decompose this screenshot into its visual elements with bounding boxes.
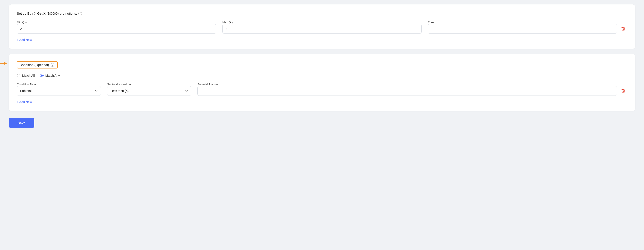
subtotal-should-select-wrapper: Less then (<) Greater then (>) Equal to … (107, 86, 191, 96)
min-qty-label: Min Qty: (17, 21, 216, 24)
condition-type-group: Condition Type: Subtotal Total Quantity (17, 83, 101, 96)
max-qty-group: Max Qty: (222, 21, 422, 34)
subtotal-amount-input[interactable] (198, 86, 617, 96)
subtotal-should-label: Subtotal should be: (107, 83, 191, 86)
match-any-radio[interactable] (40, 74, 44, 77)
bogo-info-icon: ? (78, 12, 82, 15)
condition-trash-icon (621, 89, 626, 93)
match-radio-group: Match All Match Any (17, 74, 627, 77)
condition-type-select-wrapper: Subtotal Total Quantity (17, 86, 101, 96)
condition-type-label: Condition Type: (17, 83, 101, 86)
subtotal-should-select[interactable]: Less then (<) Greater then (>) Equal to … (107, 86, 191, 96)
condition-title-box: Condition (Optional) ? (17, 61, 58, 69)
bogo-add-new-button[interactable]: + Add New (17, 38, 32, 42)
free-qty-input[interactable] (428, 24, 617, 34)
bogo-fields-row: Min Qty: Max Qty: Free: (17, 21, 627, 34)
condition-type-select[interactable]: Subtotal Total Quantity (17, 86, 101, 96)
match-all-label[interactable]: Match All (17, 74, 35, 77)
bogo-card: Set up Buy X Get X (BOGO) promotions: ? … (9, 5, 635, 49)
condition-fields-row: Condition Type: Subtotal Total Quantity … (17, 83, 627, 96)
condition-title-text: Condition (Optional) (20, 63, 49, 67)
max-qty-input[interactable] (222, 24, 422, 34)
condition-card: Condition (Optional) ? Match All Match A… (9, 54, 635, 111)
condition-add-new-button[interactable]: + Add New (17, 100, 32, 104)
arrow-icon (0, 61, 8, 66)
condition-info-icon: ? (51, 63, 54, 67)
trash-icon (621, 27, 626, 31)
condition-delete-button[interactable] (619, 86, 627, 96)
subtotal-amount-group: Subtotal Amount: (198, 83, 627, 96)
save-label: Save (18, 121, 26, 125)
bogo-section-title: Set up Buy X Get X (BOGO) promotions: ? (17, 12, 627, 15)
min-qty-input[interactable] (17, 24, 216, 34)
max-qty-label: Max Qty: (222, 21, 422, 24)
save-button[interactable]: Save (9, 118, 34, 128)
subtotal-should-group: Subtotal should be: Less then (<) Greate… (107, 83, 191, 96)
bogo-title-text: Set up Buy X Get X (BOGO) promotions: (17, 12, 77, 15)
match-any-label[interactable]: Match Any (40, 74, 60, 77)
match-any-text: Match Any (45, 74, 60, 77)
min-qty-group: Min Qty: (17, 21, 216, 34)
bogo-delete-button[interactable] (619, 24, 627, 34)
match-all-text: Match All (22, 74, 35, 77)
free-qty-group: Free: (428, 21, 627, 34)
condition-add-new-label: + Add New (17, 100, 32, 104)
match-all-radio[interactable] (17, 74, 20, 77)
orange-arrow (0, 61, 8, 66)
condition-section-wrapper: Condition (Optional) ? Match All Match A… (9, 54, 635, 111)
subtotal-amount-label: Subtotal Amount: (198, 83, 617, 86)
bogo-add-new-label: + Add New (17, 38, 32, 42)
free-label: Free: (428, 21, 617, 24)
